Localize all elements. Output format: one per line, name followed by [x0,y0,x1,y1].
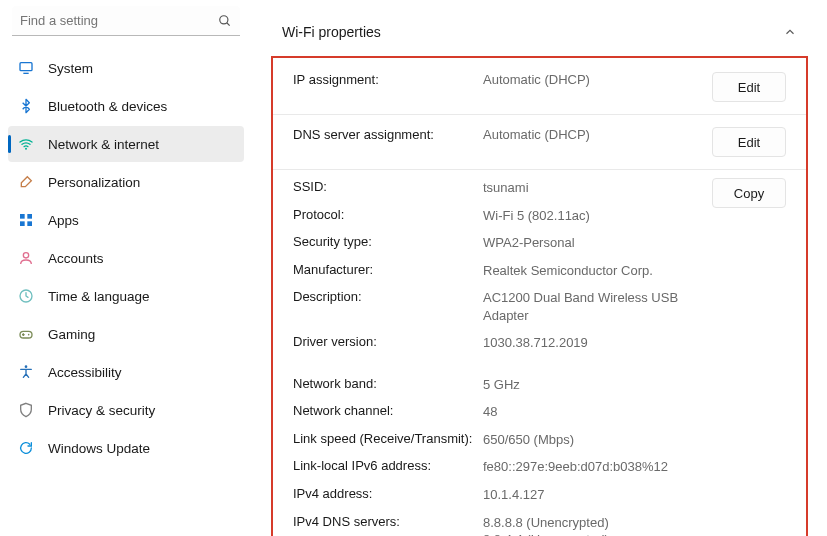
sidebar-item-personalization[interactable]: Personalization [8,164,244,200]
property-row: Network channel:48 [293,398,786,426]
property-label: IPv4 address: [293,486,483,501]
property-row: Link speed (Receive/Transmit):650/650 (M… [293,426,786,454]
svg-point-4 [25,148,27,150]
property-row: Link-local IPv6 address:fe80::297e:9eeb:… [293,453,786,481]
property-row: Network band:5 GHz [293,371,786,399]
sidebar-item-gaming[interactable]: Gaming [8,316,244,352]
main-content: Wi-Fi properties IP assignment: Automati… [252,0,827,536]
property-value: 8.8.8.8 (Unencrypted)8.8.4.4 (Unencrypte… [483,514,786,536]
dns-assignment-label: DNS server assignment: [293,127,483,142]
wifi-icon [18,136,34,152]
svg-point-9 [23,253,28,258]
shield-icon [18,402,34,418]
chevron-up-icon [783,25,797,39]
property-label: Link-local IPv6 address: [293,458,483,473]
clock-icon [18,288,34,304]
property-row: IPv4 DNS servers:8.8.8.8 (Unencrypted)8.… [293,509,786,536]
svg-rect-2 [20,63,32,71]
svg-line-1 [227,23,230,26]
sidebar-item-label: Network & internet [48,137,159,152]
property-row: Security type:WPA2-Personal [293,229,786,257]
property-label: Network channel: [293,403,483,418]
sidebar-item-label: Privacy & security [48,403,155,418]
sidebar-item-label: Personalization [48,175,140,190]
sidebar-item-system[interactable]: System [8,50,244,86]
property-value: 10.1.4.127 [483,486,786,504]
sidebar: SystemBluetooth & devicesNetwork & inter… [0,0,252,536]
a11y-icon [18,364,34,380]
sidebar-item-windows-update[interactable]: Windows Update [8,430,244,466]
details-block: Copy SSID:tsunamiProtocol:Wi-Fi 5 (802.1… [273,170,806,536]
sidebar-item-label: Accounts [48,251,104,266]
dns-assignment-row: DNS server assignment: Automatic (DHCP) … [273,115,806,170]
panel-title: Wi-Fi properties [282,24,381,40]
sidebar-item-label: Time & language [48,289,150,304]
sidebar-item-label: Windows Update [48,441,150,456]
bluetooth-icon [18,98,34,114]
svg-rect-5 [20,214,25,219]
property-label: Driver version: [293,334,483,349]
sidebar-item-network-internet[interactable]: Network & internet [8,126,244,162]
brush-icon [18,174,34,190]
search-icon [218,14,232,28]
property-row: Description:AC1200 Dual Band Wireless US… [293,284,786,329]
sidebar-item-label: Gaming [48,327,95,342]
sidebar-item-apps[interactable]: Apps [8,202,244,238]
sidebar-item-accessibility[interactable]: Accessibility [8,354,244,390]
svg-rect-7 [20,221,25,226]
edit-dns-button[interactable]: Edit [712,127,786,157]
sidebar-item-bluetooth-devices[interactable]: Bluetooth & devices [8,88,244,124]
svg-rect-11 [20,331,32,338]
sidebar-item-label: Apps [48,213,79,228]
wifi-properties-body: IP assignment: Automatic (DHCP) Edit DNS… [271,56,808,536]
property-row: IPv4 address:10.1.4.127 [293,481,786,509]
property-row: Driver version:1030.38.712.2019 [293,329,786,357]
svg-point-12 [28,334,30,336]
update-icon [18,440,34,456]
ip-assignment-label: IP assignment: [293,72,483,87]
wifi-properties-header[interactable]: Wi-Fi properties [270,10,809,56]
gaming-icon [18,326,34,342]
property-label: Protocol: [293,207,483,222]
sidebar-item-label: Accessibility [48,365,122,380]
account-icon [18,250,34,266]
sidebar-item-label: System [48,61,93,76]
sidebar-item-accounts[interactable]: Accounts [8,240,244,276]
property-label: Security type: [293,234,483,249]
copy-button[interactable]: Copy [712,178,786,208]
property-value: AC1200 Dual Band Wireless USB Adapter [483,289,786,324]
svg-rect-8 [27,221,32,226]
search-field-wrap [12,6,240,36]
sidebar-item-privacy-security[interactable]: Privacy & security [8,392,244,428]
property-label: Link speed (Receive/Transmit): [293,431,483,446]
apps-icon [18,212,34,228]
sidebar-item-time-language[interactable]: Time & language [8,278,244,314]
svg-rect-6 [27,214,32,219]
property-label: SSID: [293,179,483,194]
property-value: 5 GHz [483,376,786,394]
sidebar-item-label: Bluetooth & devices [48,99,167,114]
property-value: 1030.38.712.2019 [483,334,786,352]
property-row: Manufacturer:Realtek Semiconductor Corp. [293,257,786,285]
svg-point-13 [25,365,28,368]
property-value: 48 [483,403,786,421]
ip-assignment-value: Automatic (DHCP) [483,72,712,87]
dns-assignment-value: Automatic (DHCP) [483,127,712,142]
property-label: Network band: [293,376,483,391]
nav-list: SystemBluetooth & devicesNetwork & inter… [8,50,244,466]
details-group-2: Network band:5 GHzNetwork channel:48Link… [293,371,786,536]
search-input[interactable] [12,6,240,36]
property-value: WPA2-Personal [483,234,786,252]
property-label: IPv4 DNS servers: [293,514,483,529]
property-value: Realtek Semiconductor Corp. [483,262,786,280]
property-label: Description: [293,289,483,304]
property-label: Manufacturer: [293,262,483,277]
system-icon [18,60,34,76]
property-value: Wi-Fi 5 (802.11ac) [483,207,786,225]
property-value: fe80::297e:9eeb:d07d:b038%12 [483,458,786,476]
property-value: 650/650 (Mbps) [483,431,786,449]
svg-point-0 [220,16,228,24]
edit-ip-button[interactable]: Edit [712,72,786,102]
ip-assignment-row: IP assignment: Automatic (DHCP) Edit [273,60,806,115]
